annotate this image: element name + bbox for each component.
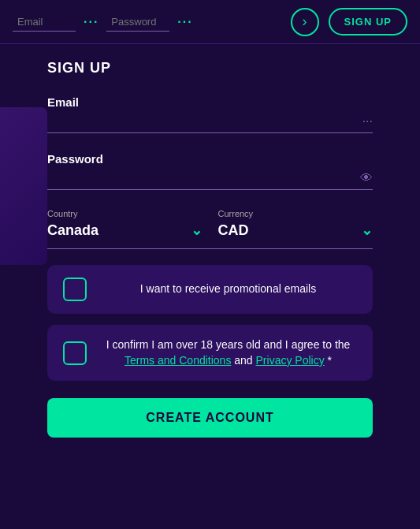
email-label: Email <box>47 95 373 109</box>
age-checkbox[interactable] <box>63 341 87 365</box>
main-content: SIGN UP Email ··· Password 👁 Country Can… <box>0 44 420 453</box>
nav-input-group: ··· ··· <box>13 13 281 32</box>
bg-decoration <box>0 107 47 265</box>
country-label: Country <box>47 209 203 218</box>
password-input-wrapper: 👁 <box>47 172 373 190</box>
email-input-wrapper: ··· <box>47 115 373 133</box>
promotional-checkbox-label: I want to receive promotional emails <box>99 281 357 297</box>
age-checkbox-card[interactable]: I confirm I am over 18 years old and I a… <box>47 325 373 381</box>
nav-password-dots: ··· <box>177 15 192 29</box>
page-title: SIGN UP <box>47 60 373 76</box>
privacy-link[interactable]: Privacy Policy <box>256 354 325 367</box>
password-eye-icon[interactable]: 👁 <box>360 171 373 185</box>
country-value: Canada <box>47 222 98 239</box>
nav-password-input[interactable] <box>106 13 169 32</box>
email-input[interactable] <box>47 115 373 128</box>
nav-email-dots: ··· <box>84 15 98 29</box>
email-group: Email ··· <box>47 95 373 133</box>
password-label: Password <box>47 152 373 166</box>
currency-select-group: Currency CAD ⌄ <box>218 209 374 239</box>
arrow-icon: › <box>303 13 307 30</box>
currency-value: CAD <box>218 222 249 239</box>
nav-email-input[interactable] <box>13 13 76 32</box>
currency-chevron-icon: ⌄ <box>361 222 373 239</box>
create-account-button[interactable]: CREATE ACCOUNT <box>47 398 373 438</box>
age-text-2: and <box>231 354 255 367</box>
promotional-checkbox[interactable] <box>63 278 87 301</box>
nav-signup-button[interactable]: SIGN UP <box>329 8 407 35</box>
password-input[interactable] <box>47 172 373 184</box>
age-text-3: * <box>325 354 332 367</box>
select-row: Country Canada ⌄ Currency CAD ⌄ <box>47 209 373 249</box>
terms-link[interactable]: Terms and Conditions <box>125 354 231 367</box>
age-checkbox-label: I confirm I am over 18 years old and I a… <box>99 337 357 368</box>
age-text-1: I confirm I am over 18 years old and I a… <box>106 338 351 351</box>
country-chevron-icon: ⌄ <box>191 222 203 239</box>
email-icon: ··· <box>362 114 373 129</box>
currency-select[interactable]: CAD ⌄ <box>218 222 374 239</box>
country-select-group: Country Canada ⌄ <box>47 209 203 239</box>
top-nav: ··· ··· › SIGN UP <box>0 0 420 44</box>
country-select[interactable]: Canada ⌄ <box>47 222 203 239</box>
password-group: Password 👁 <box>47 152 373 190</box>
currency-label: Currency <box>218 209 374 218</box>
nav-arrow-button[interactable]: › <box>291 8 319 36</box>
form-container: SIGN UP Email ··· Password 👁 Country Can… <box>47 60 373 438</box>
promotional-checkbox-card[interactable]: I want to receive promotional emails <box>47 265 373 314</box>
